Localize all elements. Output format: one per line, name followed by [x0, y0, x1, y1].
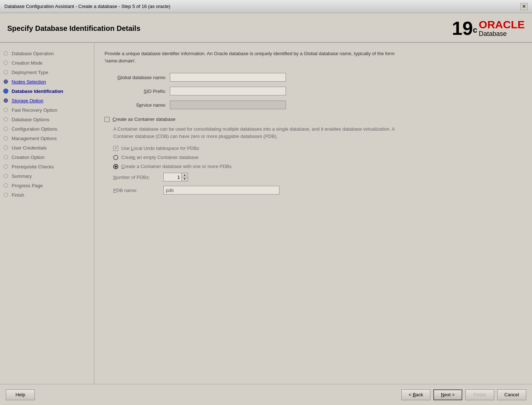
oracle-product: Database: [479, 30, 507, 38]
back-button[interactable]: < Back: [401, 389, 430, 400]
sidebar-icon-creation-option: [3, 154, 9, 160]
sid-prefix-row: SID Prefix:: [105, 87, 522, 95]
undo-tablespace-row: ✓ Use Local Undo tablespace for PDBs: [113, 146, 522, 151]
container-database-section: Create as Container database A Container…: [105, 116, 522, 195]
global-database-name-input[interactable]: [170, 73, 286, 82]
content-area: Database Operation Creation Mode Deploym…: [0, 43, 532, 384]
circle-icon-fast-recovery-option: [4, 108, 8, 112]
sidebar-icon-summary: [3, 173, 9, 179]
title-bar-text: Database Configuration Assistant - Creat…: [4, 4, 170, 9]
circle-icon-deployment-type: [4, 70, 8, 74]
main-window: Specify Database Identification Details …: [0, 13, 532, 405]
next-button[interactable]: Next >: [433, 389, 462, 400]
oracle-version-number: 19: [452, 19, 473, 38]
sidebar-item-progress-page: Progress Page: [0, 181, 94, 190]
pdbs-up-arrow[interactable]: ▲: [182, 173, 188, 177]
circle-icon-database-operation: [4, 51, 8, 56]
cancel-label: Cancel: [504, 392, 519, 397]
sidebar-item-finish: Finish: [0, 190, 94, 200]
service-name-input[interactable]: [170, 101, 286, 109]
sidebar-label-management-options: Management Options: [12, 136, 57, 141]
pdbs-down-arrow[interactable]: ▼: [182, 177, 188, 181]
help-button[interactable]: Help: [6, 389, 35, 400]
oracle-logo: 19c ORACLE Database: [452, 19, 525, 38]
number-of-pdbs-label: Number of PDBs:: [113, 175, 160, 180]
main-content: Provide a unique database identifier inf…: [94, 43, 532, 384]
global-db-underline: G: [118, 75, 121, 80]
container-checkbox[interactable]: [105, 117, 110, 122]
help-label: Help: [16, 392, 25, 397]
pdbs-input[interactable]: [164, 173, 182, 181]
sidebar-item-fast-recovery-option: Fast Recovery Option: [0, 105, 94, 115]
circle-icon-prerequisite-checks: [4, 164, 8, 169]
sidebar-item-database-operation: Database Operation: [0, 49, 94, 58]
cancel-button[interactable]: Cancel: [497, 389, 526, 400]
button-bar-left: Help: [6, 389, 35, 400]
sidebar-item-management-options: Management Options: [0, 134, 94, 143]
sidebar-label-database-options: Database Options: [12, 117, 49, 122]
sidebar-label-storage-option[interactable]: Storage Option: [12, 98, 43, 103]
finish-button[interactable]: Finish: [465, 389, 494, 400]
sidebar-icon-deployment-type: [3, 69, 9, 75]
circle-icon-progress-page: [4, 183, 8, 188]
pdb-name-input[interactable]: [163, 186, 279, 195]
number-of-pdbs-row: Number of PDBs: ▲ ▼: [113, 173, 522, 181]
sidebar-icon-fast-recovery-option: [3, 107, 9, 113]
sidebar-icon-storage-option: [3, 98, 9, 103]
sidebar-label-creation-option: Creation Option: [12, 155, 45, 160]
sidebar-icon-database-options: [3, 116, 9, 122]
sidebar-icon-database-operation: [3, 50, 9, 56]
sidebar-item-storage-option[interactable]: Storage Option: [0, 96, 94, 105]
sidebar-label-prerequisite-checks: Prerequisite Checks: [12, 164, 54, 169]
close-button[interactable]: ×: [520, 3, 528, 10]
sidebar-label-user-credentials: User Credentials: [12, 145, 47, 151]
container-with-pdbs-label: Create a Container database with one or …: [121, 164, 232, 169]
sidebar: Database Operation Creation Mode Deploym…: [0, 43, 94, 384]
sidebar-item-creation-option: Creation Option: [0, 152, 94, 162]
empty-container-radio-row: Create an empty Container database: [113, 155, 522, 160]
sidebar-label-configuration-options: Configuration Options: [12, 126, 57, 132]
sid-prefix-input[interactable]: [170, 87, 286, 95]
undo-tablespace-checkbox[interactable]: ✓: [113, 146, 118, 151]
oracle-version-superscript: c: [473, 26, 477, 34]
circle-icon-storage-option: [4, 98, 8, 103]
next-label: Next >: [441, 392, 455, 397]
service-underline: e: [139, 102, 142, 108]
button-bar-right: < Back Next > Finish Cancel: [401, 389, 526, 400]
circle-icon-management-options: [4, 136, 8, 140]
sidebar-icon-progress-page: [3, 183, 9, 188]
circle-icon-summary: [4, 174, 8, 178]
circle-icon-nodes-selection: [4, 79, 8, 84]
description-text: Provide a unique database identifier inf…: [105, 50, 402, 64]
empty-container-radio[interactable]: [113, 155, 118, 160]
sidebar-icon-management-options: [3, 135, 9, 141]
circle-icon-database-identification: [3, 89, 8, 94]
button-bar: Help < Back Next > Finish Cancel: [0, 384, 532, 405]
undo-tablespace-label: Use Local Undo tablespace for PDBs: [121, 146, 199, 151]
sidebar-label-progress-page: Progress Page: [12, 183, 43, 188]
sidebar-item-prerequisite-checks: Prerequisite Checks: [0, 162, 94, 171]
sidebar-label-nodes-selection[interactable]: Nodes Selection: [12, 79, 46, 85]
sidebar-item-nodes-selection[interactable]: Nodes Selection: [0, 77, 94, 86]
circle-icon-finish: [4, 193, 8, 197]
container-with-pdbs-radio[interactable]: [113, 164, 118, 169]
header-area: Specify Database Identification Details …: [0, 13, 532, 43]
sidebar-item-user-credentials: User Credentials: [0, 143, 94, 152]
sidebar-item-creation-mode: Creation Mode: [0, 58, 94, 68]
sidebar-item-deployment-type: Deployment Type: [0, 68, 94, 77]
sid-prefix-label: SID Prefix:: [105, 89, 170, 94]
sidebar-item-database-identification: Database Identification: [0, 86, 94, 96]
sidebar-label-creation-mode: Creation Mode: [12, 60, 42, 66]
pdb-name-row: PDB name:: [113, 186, 522, 195]
empty-container-label: Create an empty Container database: [121, 155, 199, 160]
container-checkbox-label: Create as Container database: [112, 116, 175, 122]
sidebar-icon-finish: [3, 192, 9, 198]
sidebar-label-summary: Summary: [12, 173, 32, 179]
oracle-brand: ORACLE: [479, 19, 525, 30]
oracle-logo-text: ORACLE Database: [479, 19, 525, 38]
radio-dot: [115, 165, 117, 168]
sid-underline: S: [144, 89, 147, 94]
back-label: < Back: [409, 392, 423, 397]
global-database-name-row: Global database name:: [105, 73, 522, 82]
sidebar-icon-user-credentials: [3, 145, 9, 151]
